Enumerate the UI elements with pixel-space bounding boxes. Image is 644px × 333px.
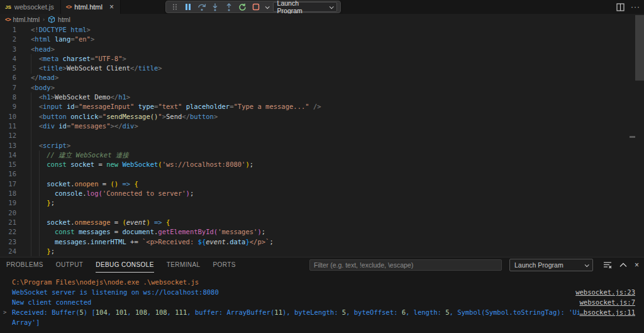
line-number: 1 [0, 25, 16, 35]
launch-program-label: Launch Program [514, 261, 564, 269]
line-number: 14 [0, 150, 16, 160]
code-line: 21 socket.onmessage = (event) => { [0, 218, 631, 227]
code-line: 22 const messages = document.getElementB… [0, 227, 631, 237]
code-line: 13 <script> [0, 141, 631, 150]
code-line: 12 [0, 131, 631, 140]
line-number: 16 [0, 169, 16, 179]
breadcrumb-separator: › [43, 16, 45, 23]
line-number: 13 [0, 141, 16, 150]
code-line: 1<!DOCTYPE html> [0, 25, 631, 35]
debug-toolbar: Launch Program [165, 1, 341, 13]
code-line: 4 <meta charset="UTF-8"> [0, 54, 631, 64]
panel-tab-ports[interactable]: PORTS [213, 257, 236, 273]
breadcrumb-file[interactable]: html.html [13, 16, 40, 23]
close-tab-icon[interactable]: × [109, 3, 114, 11]
line-number: 22 [0, 227, 16, 237]
code-line: 16 [0, 169, 631, 179]
code-line: 18 console.log('Connected to server'); [0, 189, 631, 198]
line-number: 2 [0, 35, 16, 44]
line-number: 10 [0, 112, 16, 121]
html-symbol-icon [48, 16, 55, 23]
tab-label: html.html [74, 3, 103, 11]
code-line: 11 <div id="messages"></div> [0, 121, 631, 131]
split-editor-icon[interactable] [616, 3, 625, 11]
line-number: 5 [0, 64, 16, 73]
panel-launch-program-select[interactable]: Launch Program [509, 259, 593, 271]
code-line: 14 // 建立 WebSocket 連接 [0, 150, 631, 160]
code-line: 10 <button onclick="sendMessage()">Send<… [0, 112, 631, 121]
line-number: 9 [0, 102, 16, 111]
line-number: 23 [0, 237, 16, 247]
line-number: 12 [0, 131, 16, 140]
panel-tab-problems[interactable]: PROBLEMS [6, 257, 43, 273]
launch-program-label: Launch Program [277, 0, 325, 14]
step-over-icon[interactable] [196, 2, 208, 12]
line-number: 20 [0, 208, 16, 218]
debug-console-output[interactable]: C:\Program Files\nodejs\node.exe .\webso… [0, 273, 644, 333]
step-out-icon[interactable] [223, 2, 235, 12]
code-line: 9 <input id="messageInput" type="text" p… [0, 102, 631, 111]
more-actions-icon[interactable]: ··· [631, 3, 640, 11]
source-link[interactable]: …bsocket.js:11 [579, 307, 644, 317]
breadcrumb-symbol[interactable]: html [58, 16, 70, 23]
line-number: 24 [0, 247, 16, 256]
code-line: 23 messages.innerHTML += `<p>Received: $… [0, 237, 631, 247]
line-number: 11 [0, 121, 16, 131]
overview-ruler-marker [630, 136, 635, 138]
js-file-icon: JS [5, 4, 11, 10]
line-number: 3 [0, 45, 16, 54]
panel-tab-debug-console[interactable]: DEBUG CONSOLE [96, 257, 153, 273]
editor-scrollbar-thumb[interactable] [635, 15, 644, 81]
bottom-panel: PROBLEMSOUTPUTDEBUG CONSOLETERMINALPORTS… [0, 257, 644, 333]
source-link[interactable]: websocket.js:23 [575, 287, 644, 297]
tab-html-html[interactable]: <> html.html × [61, 0, 121, 14]
html-file-icon: <> [66, 4, 72, 10]
code-line: 5 <title>WebSocket Client</title> [0, 64, 631, 73]
stop-icon[interactable] [250, 2, 262, 12]
console-line: C:\Program Files\nodejs\node.exe .\webso… [0, 277, 644, 287]
console-filter-input[interactable] [309, 259, 502, 271]
console-line: New client connectedwebsocket.js:7 [0, 297, 644, 307]
expand-object-chevron-icon[interactable]: > [0, 307, 12, 317]
line-number: 7 [0, 83, 16, 93]
console-line: >Received: Buffer(5) [104, 101, 108, 108… [0, 307, 644, 317]
stop-dropdown-chevron-icon[interactable] [264, 2, 270, 12]
line-number: 21 [0, 218, 16, 227]
maximize-panel-icon[interactable] [619, 262, 627, 268]
tab-label: websocket.js [14, 3, 54, 11]
close-panel-icon[interactable]: × [635, 261, 639, 269]
vscode-window: { "editor_tabs": [ { "label": "websocket… [0, 0, 644, 333]
source-link[interactable]: websocket.js:7 [579, 297, 644, 307]
chevron-down-icon [585, 262, 589, 267]
drag-grip-icon[interactable] [169, 2, 180, 12]
step-into-icon[interactable] [210, 2, 221, 12]
console-line: WebSocket server is listening on ws://lo… [0, 287, 644, 297]
code-line: 17 socket.onopen = () => { [0, 179, 631, 189]
panel-action-icons: × [603, 257, 639, 273]
line-number: 17 [0, 179, 16, 189]
code-line: 19 }; [0, 198, 631, 208]
panel-tab-terminal[interactable]: TERMINAL [167, 257, 201, 273]
panel-tab-output[interactable]: OUTPUT [56, 257, 84, 273]
code-line: 24 }; [0, 247, 631, 256]
pause-icon[interactable] [183, 2, 194, 12]
line-number: 18 [0, 189, 16, 198]
code-line: 8 <h1>WebSocket Demo</h1> [0, 93, 631, 102]
launch-program-select[interactable]: Launch Program [273, 2, 337, 12]
line-number: 6 [0, 73, 16, 82]
code-line: 20 [0, 208, 631, 218]
clear-console-icon[interactable] [603, 261, 612, 269]
console-line: Array'] [0, 317, 644, 327]
code-line: 15 const socket = new WebSocket('ws://lo… [0, 160, 631, 169]
html-file-icon: <> [5, 16, 11, 23]
code-editor[interactable]: 1<!DOCTYPE html>2<html lang="en">3<head>… [0, 25, 631, 257]
panel-tabs: PROBLEMSOUTPUTDEBUG CONSOLETERMINALPORTS [6, 257, 236, 273]
code-line: 2<html lang="en"> [0, 35, 631, 44]
restart-icon[interactable] [237, 2, 248, 12]
tab-websocket-js[interactable]: JS websocket.js [0, 0, 61, 14]
line-number: 8 [0, 93, 16, 102]
line-number: 19 [0, 198, 16, 208]
line-number: 15 [0, 160, 16, 169]
console-lines: C:\Program Files\nodejs\node.exe .\webso… [0, 277, 644, 327]
code-line: 6</head> [0, 73, 631, 82]
